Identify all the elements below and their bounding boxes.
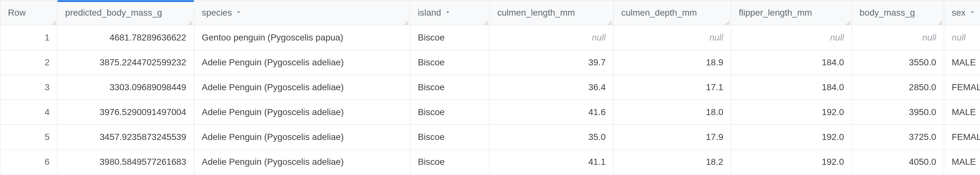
- cell-culmen_length_mm: 36.4: [490, 75, 614, 100]
- cell-row: 1: [0, 25, 57, 50]
- cell-sex: FEMALE: [944, 75, 980, 100]
- table-body: 14681.78289636622Gentoo penguin (Pygosce…: [0, 25, 980, 174]
- svg-line-14: [938, 21, 942, 25]
- column-header-species[interactable]: species: [194, 0, 410, 25]
- table-row[interactable]: 14681.78289636622Gentoo penguin (Pygosce…: [0, 25, 980, 50]
- table-row[interactable]: 53457.9235873245539Adelie Penguin (Pygos…: [0, 125, 980, 149]
- cell-species: Adelie Penguin (Pygoscelis adeliae): [194, 125, 410, 149]
- cell-predicted_body_mass_g: 4681.78289636622: [57, 25, 194, 50]
- table-row[interactable]: 33303.09689098449Adelie Penguin (Pygosce…: [0, 75, 980, 100]
- column-label: body_mass_g: [859, 8, 915, 18]
- column-header-flipper_length_mm[interactable]: flipper_length_mm: [731, 0, 852, 25]
- cell-flipper_length_mm: 192.0: [731, 100, 852, 125]
- svg-line-2: [188, 21, 192, 25]
- cell-culmen_depth_mm: 17.1: [614, 75, 731, 100]
- cell-value: 18.9: [706, 57, 724, 67]
- dropdown-icon[interactable]: [969, 8, 976, 18]
- cell-value: 3550.0: [909, 57, 936, 67]
- cell-value: Biscoe: [418, 82, 445, 92]
- resize-handle-icon[interactable]: [606, 18, 612, 24]
- cell-value: 5: [45, 132, 49, 142]
- cell-value: 6: [45, 157, 49, 167]
- column-header-culmen_length_mm[interactable]: culmen_length_mm: [490, 0, 614, 25]
- resize-handle-icon[interactable]: [50, 18, 56, 24]
- cell-value: 192.0: [822, 132, 844, 142]
- cell-value: 2850.0: [909, 82, 936, 92]
- cell-culmen_depth_mm: 17.9: [614, 125, 731, 149]
- results-table: Rowpredicted_body_mass_gspeciesislandcul…: [0, 0, 980, 174]
- cell-value: 17.9: [706, 132, 724, 142]
- cell-value: 3: [45, 82, 49, 92]
- cell-predicted_body_mass_g: 3980.5849577261683: [57, 149, 194, 174]
- cell-value: MALE: [952, 157, 976, 167]
- column-label: Row: [8, 8, 26, 18]
- cell-value: 39.7: [589, 57, 606, 67]
- cell-island: Biscoe: [410, 75, 490, 100]
- cell-body_mass_g: 3725.0: [852, 125, 944, 149]
- cell-value: 1: [45, 32, 49, 42]
- cell-value: Adelie Penguin (Pygoscelis adeliae): [202, 107, 344, 117]
- cell-value: 184.0: [822, 82, 844, 92]
- cell-flipper_length_mm: 192.0: [731, 149, 852, 174]
- table-row[interactable]: 23875.2244702599232Adelie Penguin (Pygos…: [0, 50, 980, 75]
- resize-handle-icon[interactable]: [187, 18, 192, 24]
- cell-row: 2: [0, 50, 57, 75]
- svg-line-12: [846, 21, 850, 25]
- cell-value: Adelie Penguin (Pygoscelis adeliae): [202, 132, 344, 142]
- cell-species: Adelie Penguin (Pygoscelis adeliae): [194, 100, 410, 125]
- cell-body_mass_g: 4050.0: [852, 149, 944, 174]
- cell-sex: MALE: [944, 100, 980, 125]
- cell-species: Gentoo penguin (Pygoscelis papua): [194, 25, 410, 50]
- cell-value: 18.0: [706, 107, 724, 117]
- cell-value: 4050.0: [909, 157, 936, 167]
- column-header-row[interactable]: Row: [0, 0, 57, 25]
- cell-sex: MALE: [944, 149, 980, 174]
- cell-row: 3: [0, 75, 57, 100]
- resize-handle-icon[interactable]: [403, 18, 409, 24]
- cell-value: 3725.0: [909, 132, 936, 142]
- cell-flipper_length_mm: 184.0: [731, 75, 852, 100]
- cell-row: 5: [0, 125, 57, 149]
- resize-handle-icon[interactable]: [724, 18, 730, 24]
- resize-handle-icon[interactable]: [937, 18, 942, 24]
- cell-culmen_length_mm: 41.1: [490, 149, 614, 174]
- cell-value: 4: [45, 107, 49, 117]
- column-label: sex: [952, 8, 966, 18]
- dropdown-icon[interactable]: [235, 8, 242, 18]
- cell-value: 184.0: [822, 57, 844, 67]
- cell-value: 192.0: [822, 157, 844, 167]
- resize-handle-icon[interactable]: [482, 18, 488, 24]
- cell-sex: null: [944, 25, 980, 50]
- table-row[interactable]: 63980.5849577261683Adelie Penguin (Pygos…: [0, 149, 980, 174]
- column-label: flipper_length_mm: [739, 8, 812, 18]
- cell-value: FEMALE: [952, 82, 980, 92]
- results-table-container: Rowpredicted_body_mass_gspeciesislandcul…: [0, 0, 980, 174]
- cell-value: 36.4: [589, 82, 606, 92]
- column-header-sex[interactable]: sex: [944, 0, 980, 25]
- cell-value: 3875.2244702599232: [99, 57, 186, 67]
- svg-line-4: [404, 21, 408, 25]
- cell-predicted_body_mass_g: 3875.2244702599232: [57, 50, 194, 75]
- dropdown-icon[interactable]: [444, 8, 451, 18]
- cell-sex: MALE: [944, 50, 980, 75]
- resize-handle-icon[interactable]: [845, 18, 850, 24]
- cell-value: 41.6: [589, 107, 606, 117]
- column-header-island[interactable]: island: [410, 0, 490, 25]
- column-header-body_mass_g[interactable]: body_mass_g: [852, 0, 944, 25]
- cell-value: Adelie Penguin (Pygoscelis adeliae): [202, 82, 344, 92]
- cell-value: Biscoe: [418, 32, 445, 42]
- table-row[interactable]: 43976.5290091497004Adelie Penguin (Pygos…: [0, 100, 980, 125]
- cell-value: 3976.5290091497004: [99, 107, 186, 117]
- cell-value: Biscoe: [418, 157, 445, 167]
- cell-body_mass_g: 2850.0: [852, 75, 944, 100]
- null-value: null: [592, 32, 606, 42]
- cell-value: Adelie Penguin (Pygoscelis adeliae): [202, 157, 344, 167]
- cell-species: Adelie Penguin (Pygoscelis adeliae): [194, 149, 410, 174]
- column-header-predicted_body_mass_g[interactable]: predicted_body_mass_g: [57, 0, 194, 25]
- column-header-culmen_depth_mm[interactable]: culmen_depth_mm: [614, 0, 731, 25]
- cell-value: MALE: [952, 107, 976, 117]
- cell-culmen_length_mm: 39.7: [490, 50, 614, 75]
- cell-island: Biscoe: [410, 100, 490, 125]
- cell-predicted_body_mass_g: 3457.9235873245539: [57, 125, 194, 149]
- column-label: culmen_length_mm: [497, 8, 575, 18]
